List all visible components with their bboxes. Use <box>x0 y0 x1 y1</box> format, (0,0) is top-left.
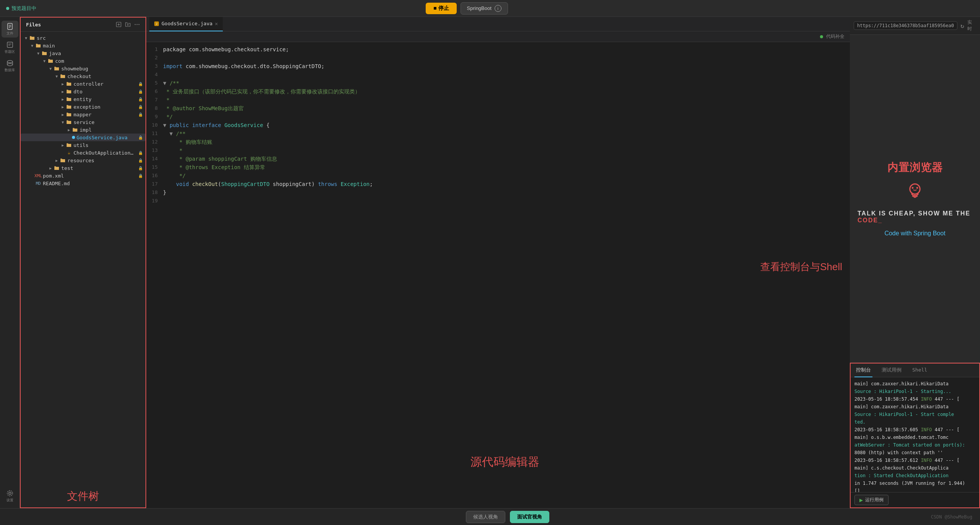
top-bar-center: ■ 停止 SpringBoot i <box>426 2 508 15</box>
tree-item-checkout[interactable]: ▼ checkout <box>21 72 145 80</box>
folder-icon-mapper <box>66 111 72 117</box>
tree-item-name-pomxml: pom.xml <box>43 173 136 179</box>
run-example-label: 运行用例 <box>865 497 884 503</box>
file-tree-title: Files <box>26 22 41 28</box>
code-body[interactable]: 1 package com.showmebug.checkout.service… <box>146 42 850 508</box>
tree-arrow-exception: ▶ <box>60 104 66 110</box>
tree-item-test[interactable]: ▶ test 🔒 <box>21 164 145 172</box>
tree-item-resources[interactable]: ▶ resources 🔒 <box>21 157 145 164</box>
tab-close-button[interactable]: × <box>215 21 218 27</box>
file-tree-header: Files <box>21 18 145 32</box>
candidate-view-button[interactable]: 候选人视角 <box>466 511 505 523</box>
tree-item-name-controller: controller <box>74 81 136 87</box>
tree-item-name-java: java <box>49 51 143 56</box>
svg-point-10 <box>7 64 13 66</box>
more-icon[interactable] <box>134 21 140 28</box>
official-view-button[interactable]: 面试官视角 <box>510 511 549 523</box>
run-example-button[interactable]: ▶ 运行用例 <box>854 495 889 505</box>
springboot-button[interactable]: SpringBoot i <box>461 2 508 15</box>
folder-icon-impl <box>72 127 78 133</box>
tree-item-pomxml[interactable]: ▶ XML pom.xml 🔒 <box>21 172 145 179</box>
console-line-5: Source : HikariPool-1 - Start comple <box>854 411 975 418</box>
tree-arrow-src: ▼ <box>23 35 29 41</box>
info-icon[interactable]: i <box>495 5 501 12</box>
tree-item-impl[interactable]: ▶ impl <box>21 126 145 134</box>
console-tab-console[interactable]: 控制台 <box>854 364 872 377</box>
tree-item-src[interactable]: ▼ src <box>21 34 145 42</box>
svg-point-12 <box>7 491 13 496</box>
tree-item-controller[interactable]: ▶ controller 🔒 <box>21 80 145 88</box>
console-panel: 控制台 测试用例 Shell main] com.zaxxer.hikari.H… <box>850 363 980 508</box>
tree-item-service[interactable]: ▼ service <box>21 118 145 126</box>
tree-item-utils[interactable]: ▶ utils <box>21 141 145 149</box>
tree-arrow-mapper: ▶ <box>60 111 66 117</box>
code-line-17: 17 void checkOut(ShoppingCartDTO shoppin… <box>146 180 850 188</box>
code-editor-panel: J GoodsService.java × 代码补全 1 package com… <box>146 17 850 508</box>
tree-item-exception[interactable]: ▶ exception 🔒 <box>21 103 145 111</box>
sidebar-item-database[interactable]: 数据库 <box>2 57 18 74</box>
tree-item-java[interactable]: ▼ java <box>21 49 145 57</box>
db-icon <box>6 59 14 67</box>
tree-arrow-service: ▼ <box>60 119 66 125</box>
code-line-1: 1 package com.showmebug.checkout.service… <box>146 45 850 54</box>
tree-item-name-dto: dto <box>74 89 136 95</box>
code-line-5: 5 ▼ /** <box>146 79 850 87</box>
code-line-12: 12 * 购物车结账 <box>146 138 850 146</box>
console-line-8: main] o.s.b.w.embedded.tomcat.Tomc <box>854 434 975 441</box>
tree-item-checkoutapp[interactable]: ▶ ☕ CheckOutApplication.java 🔒 <box>21 149 145 157</box>
code-line-4: 4 <box>146 70 850 79</box>
tree-arrow-impl: ▶ <box>66 127 72 133</box>
console-line-15: [] <box>854 488 975 492</box>
lock-icon-checkoutapp: 🔒 <box>138 150 143 155</box>
stop-button[interactable]: ■ 停止 <box>426 3 456 14</box>
folder-icon-service <box>66 119 72 125</box>
tagline-highlight: CODE_ <box>858 217 882 223</box>
console-footer: ▶ 运行用例 <box>851 492 979 507</box>
folder-icon-utils <box>66 142 72 148</box>
new-file-icon[interactable] <box>116 21 122 28</box>
tree-item-readme[interactable]: ▶ MD README.md <box>21 179 145 187</box>
tree-item-name-utils: utils <box>74 142 143 148</box>
lock-icon-entity: 🔒 <box>138 96 143 102</box>
editor-tabs: J GoodsService.java × <box>146 17 850 31</box>
new-folder-icon[interactable] <box>125 21 131 28</box>
tree-item-main[interactable]: ▼ main <box>21 42 145 49</box>
file-icon <box>6 23 14 30</box>
sidebar-item-settings[interactable]: 设置 <box>2 488 18 504</box>
tree-item-com[interactable]: ▼ com <box>21 57 145 65</box>
tree-item-mapper[interactable]: ▶ mapper 🔒 <box>21 111 145 118</box>
console-line-7: 2023-05-16 18:58:57.605 INFO 447 --- [ <box>854 426 975 433</box>
settings-icon <box>6 489 14 497</box>
sidebar-item-answer[interactable]: 答题区 <box>2 39 18 56</box>
tree-item-entity[interactable]: ▶ entity 🔒 <box>21 95 145 103</box>
code-line-19: 19 <box>146 197 850 205</box>
tree-item-name-goodsservice: GoodsService.java <box>77 135 136 140</box>
code-line-8: 8 * @author ShowMeBug出题官 <box>146 104 850 112</box>
tree-arrow-dto: ▶ <box>60 88 66 95</box>
preview-badge: 预览题目中 <box>6 5 36 12</box>
sidebar-db-label: 数据库 <box>5 68 15 73</box>
editor-tab-goodsservice[interactable]: J GoodsService.java × <box>149 17 223 31</box>
brand-logo <box>903 181 926 204</box>
console-tab-shell[interactable]: Shell <box>911 364 929 377</box>
tree-item-goodsservice[interactable]: ▶ GoodsService.java 🔒 <box>21 134 145 141</box>
browser-refresh-icon[interactable]: ↻ <box>960 22 964 29</box>
svg-point-23 <box>910 184 920 194</box>
folder-icon-resources <box>60 157 66 163</box>
browser-url[interactable]: https://711c18e346378b5aaf185956ea0 <box>854 21 957 30</box>
code-line-11: 11 ▼ /** <box>146 129 850 138</box>
console-tabs: 控制台 测试用例 Shell <box>851 364 979 377</box>
console-line-1: main] com.zaxxer.hikari.HikariData <box>854 380 975 387</box>
tree-item-dto[interactable]: ▶ dto 🔒 <box>21 88 145 95</box>
tree-item-name-impl: impl <box>80 127 143 133</box>
sidebar-item-files[interactable]: 文件 <box>2 21 18 38</box>
console-line-11: 2023-05-16 18:58:57.612 INFO 447 --- [ <box>854 457 975 464</box>
bottom-bar-center: 候选人视角 面试官视角 <box>466 511 549 523</box>
file-tree-header-icons <box>116 21 140 28</box>
tree-arrow-entity: ▶ <box>60 96 66 102</box>
tree-item-showmebug[interactable]: ▼ showmebug <box>21 65 145 72</box>
console-tab-test[interactable]: 测试用例 <box>880 364 903 377</box>
answer-icon <box>6 41 14 49</box>
source-editor-annotation: 源代码编辑器 <box>470 454 539 470</box>
tree-item-name-exception: exception <box>74 104 136 110</box>
